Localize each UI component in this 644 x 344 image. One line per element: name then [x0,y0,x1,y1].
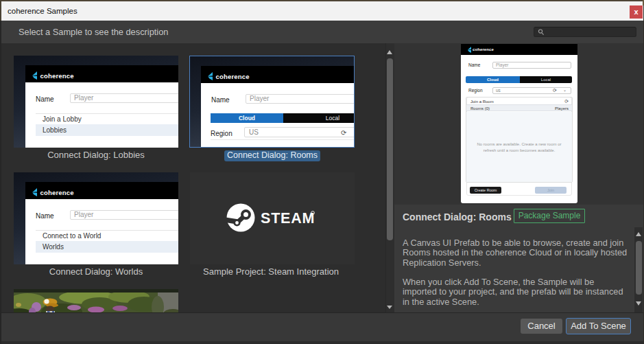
svg-text:STEAM: STEAM [261,210,315,227]
